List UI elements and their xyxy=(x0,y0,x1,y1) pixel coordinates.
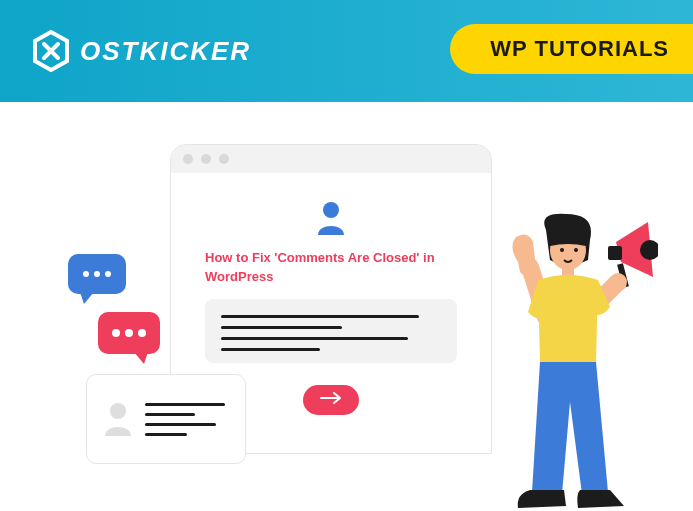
window-dot-icon xyxy=(201,154,211,164)
window-dot-icon xyxy=(219,154,229,164)
svg-point-1 xyxy=(110,403,126,419)
user-icon xyxy=(316,201,346,235)
category-badge: WP TUTORIALS xyxy=(450,24,693,74)
brand-hexagon-icon xyxy=(30,30,72,72)
card-text-lines xyxy=(145,403,229,436)
text-line xyxy=(145,413,195,416)
svg-point-5 xyxy=(560,248,564,252)
text-line xyxy=(145,433,187,436)
chat-bubble-icon xyxy=(68,254,126,294)
svg-point-0 xyxy=(323,202,339,218)
content-placeholder xyxy=(205,299,457,363)
article-heading: How to Fix 'Comments Are Closed' in Word… xyxy=(205,249,457,287)
text-line xyxy=(145,423,216,426)
svg-rect-2 xyxy=(608,246,622,260)
brand-logo: OSTKICKER xyxy=(30,30,251,72)
arrow-right-icon xyxy=(320,391,342,409)
svg-point-6 xyxy=(574,248,578,252)
text-line xyxy=(221,326,342,329)
profile-card xyxy=(86,374,246,464)
text-line xyxy=(221,337,408,340)
window-dot-icon xyxy=(183,154,193,164)
user-icon xyxy=(103,402,133,436)
illustration-canvas: How to Fix 'Comments Are Closed' in Word… xyxy=(0,102,693,511)
text-line xyxy=(221,348,320,351)
brand-text: OSTKICKER xyxy=(80,36,251,67)
next-button[interactable] xyxy=(303,385,359,415)
chat-bubble-icon xyxy=(98,312,160,354)
header-bar: OSTKICKER WP TUTORIALS xyxy=(0,0,693,102)
text-line xyxy=(145,403,225,406)
text-line xyxy=(221,315,419,318)
person-illustration xyxy=(478,212,658,511)
window-titlebar xyxy=(171,145,491,173)
